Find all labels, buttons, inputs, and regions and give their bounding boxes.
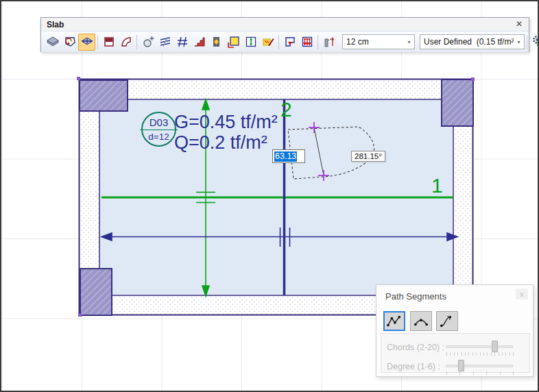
column-top-left	[80, 80, 128, 111]
spline-segment-button[interactable]	[436, 311, 458, 331]
arc-edge-button[interactable]	[117, 34, 134, 51]
slab-arrows-icon	[80, 35, 94, 49]
slanted-lines-icon	[158, 35, 172, 49]
arc-icon	[413, 315, 429, 328]
degree-slider-track[interactable]	[446, 365, 513, 367]
sliders-group: Chords (2-20) : Degree (1-6) :	[381, 333, 530, 373]
slab-tag-circle: D03 d=12	[141, 112, 176, 147]
chords-slider-track[interactable]	[446, 345, 513, 348]
angle-tooltip: 281.15°	[351, 151, 385, 162]
slab-thickness-label: d=12	[148, 132, 169, 141]
degree-label: Degree (1-6) :	[387, 362, 440, 371]
column-top-right	[442, 79, 473, 126]
span-direction-button[interactable]	[242, 34, 259, 51]
polyline-icon	[386, 315, 403, 328]
hash-icon	[176, 35, 189, 49]
load-case-value: User Defined (0.15 tf/m²)	[420, 37, 514, 47]
arc-segment-button[interactable]	[410, 311, 432, 331]
path-segments-panel: Path Segments x Chords (2-20) : Degree (…	[376, 284, 534, 377]
chords-label: Chords (2-20) :	[387, 343, 444, 352]
polygon-arrow-icon	[63, 35, 77, 49]
chevron-down-icon[interactable]: ▾	[514, 39, 524, 45]
area-load-button[interactable]	[298, 34, 315, 51]
toolbar-separator	[527, 35, 527, 49]
degree-slider-thumb[interactable]	[458, 360, 464, 371]
stairs-button[interactable]	[191, 34, 208, 51]
length-input[interactable]: 63.13	[272, 149, 305, 163]
chords-slider-thumb[interactable]	[492, 341, 498, 352]
support-button[interactable]	[281, 34, 298, 51]
panel-title: Path Segments	[385, 291, 446, 302]
chevron-down-icon[interactable]: ▾	[404, 39, 414, 45]
close-icon[interactable]: ✕	[514, 19, 525, 29]
circle-plus-icon	[141, 35, 155, 49]
gear-icon	[531, 35, 539, 49]
settings-button[interactable]	[529, 34, 539, 51]
arc-shape-icon	[119, 35, 133, 49]
axis-1-label: 1	[431, 175, 443, 196]
tag-divider	[140, 130, 178, 130]
toolbar-separator	[318, 35, 318, 49]
spline-icon	[439, 315, 455, 328]
corner-panel-button[interactable]	[225, 34, 242, 51]
column-bottom-left	[80, 269, 112, 315]
drop-panel-button[interactable]	[100, 34, 117, 51]
toolbar-separator	[278, 35, 279, 49]
thickness-value: 12 cm	[343, 37, 404, 47]
application-window: D03 d=12 G=0.45 tf/m² Q=0.2 tf/m² 1 2 63…	[0, 0, 539, 392]
opening-button[interactable]	[139, 34, 156, 51]
window-title: Slab	[47, 20, 64, 29]
triangle-marker-icon	[283, 35, 297, 49]
half-filled-square-icon	[102, 35, 116, 49]
polyline-segment-button[interactable]	[383, 311, 405, 331]
axis-2-label: 2	[280, 99, 292, 120]
toolbar-row: 12 cm ▾ User Defined (0.15 tf/m²) ▾	[41, 31, 529, 52]
slab-id-label: D03	[149, 117, 169, 127]
slab-plate-button[interactable]	[44, 34, 61, 51]
toolbar-separator	[97, 35, 98, 49]
slab-contour-button[interactable]	[61, 34, 78, 51]
degree-slider-ticks	[446, 371, 515, 375]
ramp-arrow-icon	[322, 35, 336, 49]
live-load-label: Q=0.2 tf/m²	[174, 134, 267, 152]
mesh-button[interactable]	[173, 34, 191, 51]
skew-axes-button[interactable]	[156, 34, 173, 51]
toolbar-titlebar[interactable]: Slab ✕	[41, 18, 529, 31]
slab-toolbar-window: Slab ✕	[40, 17, 529, 52]
glow-box-icon	[210, 35, 224, 49]
load-case-combobox[interactable]: User Defined (0.15 tf/m²) ▾	[420, 34, 525, 49]
slab-auto-button[interactable]	[78, 34, 95, 51]
stairs-icon	[193, 35, 206, 49]
highlight-button[interactable]	[208, 34, 225, 51]
load-arrows-icon	[300, 35, 314, 49]
chords-slider-ticks	[446, 352, 515, 356]
dead-load-label: G=0.45 tf/m²	[174, 113, 278, 132]
erase-slab-button[interactable]	[259, 34, 276, 51]
eraser-icon	[261, 35, 275, 49]
length-input-value: 63.13	[274, 151, 297, 162]
green-arrow-grid-icon	[244, 35, 258, 49]
ramp-button[interactable]	[320, 34, 337, 51]
corner-panel-icon	[227, 35, 241, 49]
toolbar-separator	[136, 35, 137, 49]
slab-plate-icon	[46, 35, 60, 49]
panel-close-icon[interactable]: x	[516, 289, 528, 299]
thickness-combobox[interactable]: 12 cm ▾	[342, 34, 415, 49]
